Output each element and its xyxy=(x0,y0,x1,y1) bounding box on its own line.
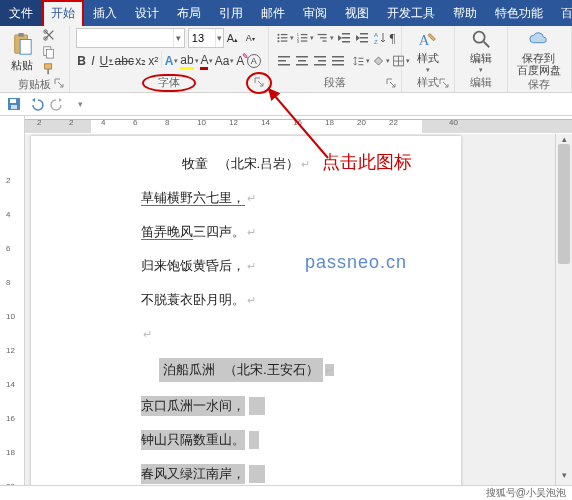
increase-indent-button[interactable] xyxy=(353,28,371,48)
tab-features[interactable]: 特色功能 xyxy=(486,0,552,26)
tab-file[interactable]: 文件 xyxy=(0,0,42,26)
svg-point-11 xyxy=(277,37,279,39)
tab-insert[interactable]: 插入 xyxy=(84,0,126,26)
scroll-down-icon[interactable]: ▾ xyxy=(556,470,572,486)
svg-rect-35 xyxy=(296,56,308,58)
paste-button[interactable]: 粘贴 xyxy=(6,32,38,73)
tab-baidu[interactable]: 百度网盘 xyxy=(552,0,572,26)
svg-rect-55 xyxy=(11,105,17,109)
cut-icon[interactable] xyxy=(42,28,56,42)
font-color-button[interactable]: A▾ xyxy=(199,51,214,71)
subscript-button[interactable]: x₂ xyxy=(134,51,147,71)
svg-rect-41 xyxy=(332,56,344,58)
font-size-input[interactable] xyxy=(189,32,215,44)
change-case-button[interactable]: Aa▾ xyxy=(214,51,234,71)
save-icon[interactable] xyxy=(6,96,22,112)
scroll-thumb[interactable] xyxy=(558,144,570,264)
bullets-button[interactable]: ▾ xyxy=(275,28,295,48)
enclose-char-button[interactable]: A xyxy=(246,51,262,71)
tab-references[interactable]: 引用 xyxy=(210,0,252,26)
poem-b-title: 泊船瓜洲 （北宋.王安石）↵ xyxy=(141,358,351,382)
svg-rect-2 xyxy=(20,39,31,54)
tab-design[interactable]: 设计 xyxy=(126,0,168,26)
svg-text:A: A xyxy=(419,32,430,48)
tab-view[interactable]: 视图 xyxy=(336,0,378,26)
svg-rect-8 xyxy=(47,69,49,74)
group-save: 保存到百度网盘 保存 xyxy=(508,26,572,92)
align-right-button[interactable] xyxy=(311,51,329,71)
bold-button[interactable]: B xyxy=(76,51,87,71)
grow-font-button[interactable]: A▴ xyxy=(227,32,243,44)
svg-rect-24 xyxy=(342,33,350,35)
group-editing: 编辑▾ 编辑 xyxy=(455,26,508,92)
align-left-button[interactable] xyxy=(275,51,293,71)
menu-bar: 文件 开始 插入 设计 布局 引用 邮件 审阅 视图 开发工具 帮助 特色功能 … xyxy=(0,0,572,26)
svg-rect-1 xyxy=(18,33,23,37)
superscript-button[interactable]: x² xyxy=(147,51,159,71)
underline-button[interactable]: U▾ xyxy=(99,51,115,71)
dialog-launcher-icon[interactable] xyxy=(254,77,264,87)
chevron-down-icon[interactable]: ▾ xyxy=(173,29,184,47)
paste-label: 粘贴 xyxy=(11,58,33,73)
vertical-scrollbar[interactable]: ▴ ▾ xyxy=(555,134,572,486)
save-baidu-button[interactable]: 保存到百度网盘 xyxy=(514,28,564,76)
editing-button[interactable]: 编辑▾ xyxy=(461,28,501,74)
shrink-font-button[interactable]: A▾ xyxy=(246,33,262,43)
tab-home[interactable]: 开始 xyxy=(42,0,84,26)
tab-help[interactable]: 帮助 xyxy=(444,0,486,26)
tab-developer[interactable]: 开发工具 xyxy=(378,0,444,26)
styles-launcher[interactable] xyxy=(438,76,452,90)
quick-access-toolbar: ▾ xyxy=(0,93,572,116)
numbering-button[interactable]: 123▾ xyxy=(295,28,315,48)
svg-rect-46 xyxy=(358,64,363,65)
undo-icon[interactable] xyxy=(28,96,44,112)
vertical-ruler[interactable]: 2468101214161820 xyxy=(0,134,25,486)
svg-rect-20 xyxy=(301,40,308,41)
tab-layout[interactable]: 布局 xyxy=(168,0,210,26)
tab-mailings[interactable]: 邮件 xyxy=(252,0,294,26)
font-size-combo[interactable]: ▾ xyxy=(188,28,224,48)
line-spacing-button[interactable]: ▾ xyxy=(351,51,371,71)
format-painter-icon[interactable] xyxy=(42,62,56,76)
decrease-indent-button[interactable] xyxy=(335,28,353,48)
sort-button[interactable]: AZ xyxy=(371,28,389,48)
svg-rect-44 xyxy=(358,58,363,59)
clipboard-paste-icon xyxy=(11,32,33,58)
horizontal-ruler[interactable]: 224681012141618202240 xyxy=(0,116,572,136)
svg-rect-37 xyxy=(296,64,308,66)
highlight-button[interactable]: ab▾ xyxy=(179,51,199,71)
svg-rect-29 xyxy=(360,41,368,43)
ribbon: 粘贴 剪贴板 ▾ ▾ A▴ A▾ xyxy=(0,26,572,93)
poem-b-line: 京口瓜洲一水间， xyxy=(141,396,351,416)
align-center-button[interactable] xyxy=(293,51,311,71)
multilevel-button[interactable]: ▾ xyxy=(315,28,335,48)
clear-format-button[interactable]: A✎ xyxy=(234,51,245,71)
font-family-combo[interactable]: ▾ xyxy=(76,28,185,48)
svg-rect-25 xyxy=(342,37,350,39)
svg-point-9 xyxy=(277,34,279,36)
text-effects-button[interactable]: A▾ xyxy=(164,51,180,71)
document-page[interactable]: 牧童 （北宋.吕岩）↵ 草铺横野六七里，↵ 笛弄晚风三四声。↵ 归来饱饭黄昏后，… xyxy=(31,136,461,486)
svg-rect-18 xyxy=(301,37,308,38)
strike-button[interactable]: abc xyxy=(114,51,134,71)
shading-button[interactable]: ▾ xyxy=(371,51,391,71)
show-marks-button[interactable]: ¶ xyxy=(389,28,396,48)
group-font: ▾ ▾ A▴ A▾ B I U▾ abc x₂ x² A▾ ab▾ A▾ xyxy=(70,26,269,92)
justify-button[interactable] xyxy=(329,51,347,71)
italic-button[interactable]: I xyxy=(87,51,98,71)
redo-icon[interactable] xyxy=(50,96,66,112)
font-family-input[interactable] xyxy=(77,32,173,44)
document-area: 2468101214161820 牧童 （北宋.吕岩）↵ 草铺横野六七里，↵ 笛… xyxy=(0,134,572,486)
svg-rect-33 xyxy=(278,60,286,62)
qat-customize-icon[interactable]: ▾ xyxy=(72,96,88,112)
svg-rect-6 xyxy=(46,49,53,58)
status-bar: 搜狐号@小吴泡泡 xyxy=(0,485,572,500)
paragraph-launcher[interactable] xyxy=(385,76,399,90)
svg-rect-32 xyxy=(278,56,290,58)
copy-icon[interactable] xyxy=(42,45,56,59)
chevron-down-icon[interactable]: ▾ xyxy=(215,29,223,47)
tab-review[interactable]: 审阅 xyxy=(294,0,336,26)
svg-rect-14 xyxy=(281,40,288,41)
styles-button[interactable]: A 样式▾ xyxy=(408,28,448,74)
clipboard-launcher[interactable] xyxy=(53,76,67,90)
